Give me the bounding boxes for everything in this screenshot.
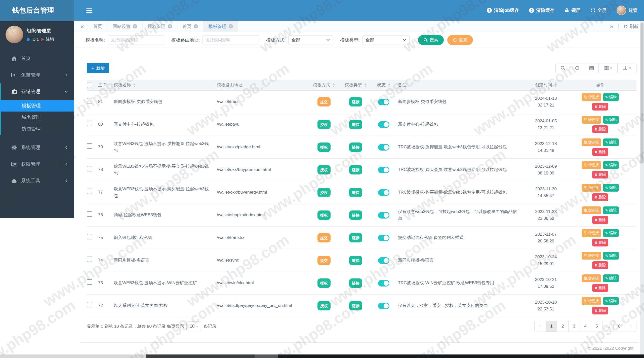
status-toggle[interactable] (378, 144, 389, 151)
status-toggle[interactable] (378, 189, 389, 196)
template-route-input[interactable] (203, 35, 259, 45)
search-button[interactable]: 搜索 (418, 35, 444, 45)
column-header[interactable]: 创建时间 (535, 82, 552, 88)
delete-button[interactable]: ✘删除 (592, 103, 608, 111)
sidebar-item-wallet-management[interactable]: 钱包管理 (1, 123, 74, 135)
row-checkbox[interactable] (87, 189, 92, 194)
sidebar-item-permission[interactable]: 权限管理 (0, 156, 74, 172)
sidebar-item-fish[interactable]: 鱼苗管理 (0, 67, 74, 83)
edit-button[interactable]: ✎编辑 (603, 297, 619, 305)
tab-site-settings[interactable]: 网站设置× (107, 21, 142, 32)
generate-link-button[interactable]: 生成链接 (582, 161, 601, 169)
column-header[interactable]: 模板路由地址 (217, 82, 243, 88)
status-toggle[interactable] (378, 303, 389, 309)
page-button-1[interactable]: 1 (546, 321, 557, 332)
page-button-8[interactable]: 8 (614, 321, 625, 332)
row-checkbox[interactable] (87, 121, 92, 126)
status-toggle[interactable] (378, 257, 389, 264)
close-icon[interactable]: × (133, 24, 137, 28)
clear-job-cache-button[interactable]: ? 清除job缓存 (487, 7, 519, 13)
columns-button[interactable]: ▾ (598, 63, 618, 73)
tabs-scroll-left-button[interactable]: « (80, 23, 84, 30)
row-checkbox[interactable] (87, 143, 92, 149)
delete-button[interactable]: ✘删除 (592, 284, 608, 292)
close-icon[interactable]: × (194, 24, 198, 28)
page-button-3[interactable]: 3 (568, 321, 580, 332)
delete-button[interactable]: ✘删除 (592, 171, 608, 178)
fullscreen-button[interactable]: 全屏 (590, 7, 607, 13)
vertical-scrollbar[interactable] (640, 21, 644, 354)
row-checkbox[interactable] (87, 211, 92, 217)
page-button-4[interactable]: 4 (580, 321, 591, 332)
row-checkbox[interactable] (87, 166, 92, 171)
select-all-checkbox[interactable] (87, 83, 92, 88)
edit-button[interactable]: ✎编辑 (603, 93, 619, 101)
tab-template-management[interactable]: 模板管理× (203, 21, 238, 32)
scrollbar-thumb[interactable] (640, 23, 643, 164)
page-button-...[interactable]: ... (602, 321, 614, 332)
tab-home[interactable]: 首页 (88, 21, 107, 32)
column-header[interactable]: 模板方式 (313, 82, 330, 88)
template-name-input[interactable] (108, 35, 164, 45)
lock-screen-button[interactable]: 锁屏 (565, 7, 580, 13)
delete-button[interactable]: ✘删除 (592, 216, 608, 224)
delete-button[interactable]: ✘删除 (592, 148, 608, 156)
edit-button[interactable]: ✎编辑 (603, 206, 619, 214)
page-button-2[interactable]: 2 (557, 321, 569, 332)
page-size-select[interactable]: 10 ▴ (186, 321, 201, 331)
edit-button[interactable]: ✎编辑 (603, 116, 619, 124)
page-button-5[interactable]: 5 (591, 321, 602, 332)
generate-link-button[interactable]: 生成链接 (582, 274, 601, 282)
row-checkbox[interactable] (87, 98, 92, 103)
generate-link-button[interactable]: 生成链接 (582, 229, 601, 237)
edit-button[interactable]: ✎编辑 (603, 274, 619, 282)
logout-button[interactable]: 注销 (41, 37, 54, 42)
sort-icon[interactable] (554, 83, 557, 87)
generate-link-button[interactable]: 生成链接 (582, 116, 601, 124)
column-header[interactable]: 模板类型 (345, 82, 362, 88)
sidebar-item-home[interactable]: 首页 (0, 50, 74, 67)
status-toggle[interactable] (378, 212, 389, 219)
tab-auth-management[interactable]: 授权管理× (142, 21, 177, 32)
delete-button[interactable]: ✘删除 (592, 239, 608, 246)
column-header[interactable]: 模板名称 (114, 82, 131, 88)
user-menu[interactable]: 超管 (617, 6, 637, 15)
template-type-select[interactable]: 全部 (362, 35, 410, 45)
status-toggle[interactable] (378, 99, 389, 105)
generate-link-button[interactable]: 生成链接 (582, 252, 601, 260)
reset-button[interactable]: 重置 (447, 35, 473, 45)
delete-button[interactable]: ✘删除 (592, 307, 608, 314)
prev-page-button[interactable]: ‹ (534, 321, 546, 332)
edit-button[interactable]: ✎编辑 (603, 138, 619, 146)
sidebar-item-tools[interactable]: 系统工具 (0, 172, 74, 189)
generate-link-button[interactable]: 生成链接 (582, 297, 601, 305)
sidebar-item-marketing[interactable]: 营销管理 (1, 83, 74, 100)
sidebar-item-system[interactable]: 系统管理 (0, 139, 74, 156)
column-header[interactable]: 备注 (398, 82, 407, 88)
row-checkbox[interactable] (87, 279, 92, 285)
sort-icon[interactable] (133, 83, 136, 87)
refresh-table-button[interactable] (570, 63, 584, 73)
row-checkbox[interactable] (87, 234, 92, 239)
status-toggle[interactable] (378, 235, 389, 241)
generate-link-button[interactable]: 生成链接 (582, 206, 601, 214)
row-checkbox[interactable] (87, 302, 92, 307)
sort-icon[interactable] (332, 83, 335, 87)
clear-cache-button[interactable]: ? 清除缓存 (529, 7, 554, 13)
sort-icon[interactable] (388, 83, 390, 87)
sidebar-item-template-management[interactable]: 模板管理 (0, 100, 74, 112)
tabs-scroll-right-button[interactable]: » (610, 23, 613, 30)
edit-button[interactable]: ✎编辑 (603, 252, 619, 260)
close-icon[interactable]: × (168, 24, 172, 28)
generate-link-button[interactable]: 生成链接 (582, 93, 601, 101)
status-toggle[interactable] (378, 280, 389, 287)
delete-button[interactable]: ✘删除 (592, 261, 608, 269)
delete-button[interactable]: ✘删除 (592, 193, 608, 201)
edit-button[interactable]: ✎编辑 (603, 184, 619, 192)
template-mode-select[interactable]: 全部 (288, 35, 333, 45)
sort-icon[interactable] (364, 83, 367, 87)
column-header[interactable]: 主ID (98, 82, 107, 88)
toggle-view-button[interactable] (584, 63, 599, 73)
refresh-tab-button[interactable]: 刷新 (618, 23, 638, 29)
sidebar-item-domain-management[interactable]: 域名管理 (1, 112, 74, 123)
